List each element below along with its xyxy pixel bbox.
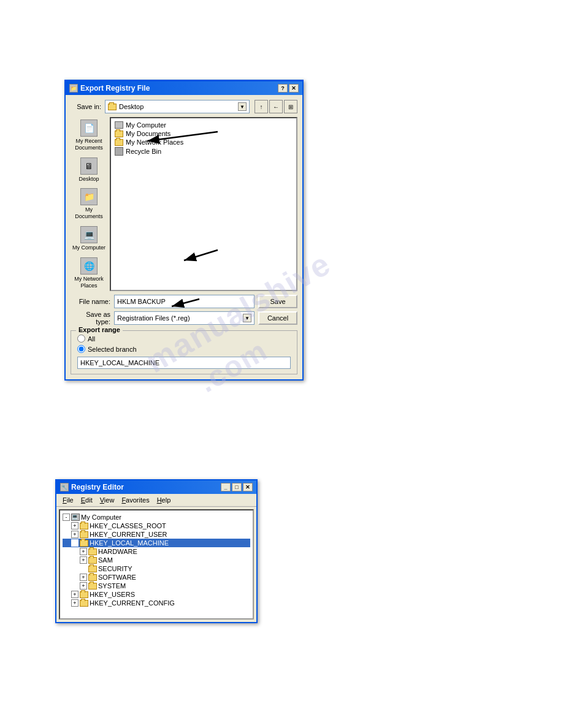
expand-icon[interactable]: + <box>71 531 79 538</box>
expand-icon[interactable]: - <box>63 514 70 521</box>
expand-icon[interactable]: - <box>71 539 79 547</box>
registry-editor-window[interactable]: 🔧 Registry Editor _ □ ✕ File Edit View F… <box>55 479 258 623</box>
savetype-row: Save as type: Registration Files (*.reg)… <box>71 311 297 325</box>
save-in-combo-text: Desktop <box>108 103 144 110</box>
menu-file[interactable]: File <box>59 495 77 505</box>
tree-item-current-user[interactable]: + HKEY_CURRENT_USER <box>63 530 250 539</box>
menu-help[interactable]: Help <box>153 495 175 505</box>
folder-icon <box>80 600 88 607</box>
tree-item-sam[interactable]: + SAM <box>63 556 250 564</box>
tree-item-local-machine[interactable]: - HKEY_LOCAL_MACHINE <box>63 539 250 547</box>
expand-icon[interactable]: + <box>71 522 79 529</box>
expand-icon[interactable]: + <box>80 556 87 564</box>
tree-label: SYSTEM <box>98 582 126 590</box>
tree-label: HARDWARE <box>98 548 137 555</box>
tree-item-users[interactable]: + HKEY_USERS <box>63 590 250 599</box>
tree-label: SAM <box>98 556 113 564</box>
file-item-mydocs[interactable]: My Documents <box>113 129 294 138</box>
maximize-button[interactable]: □ <box>232 483 242 491</box>
tree-item-mycomputer[interactable]: - 💻 My Computer <box>63 513 250 521</box>
file-item-label: My Computer <box>126 121 166 129</box>
expand-icon[interactable]: + <box>80 582 87 590</box>
file-item-label: Recycle Bin <box>126 148 161 155</box>
folder-icon <box>115 139 123 146</box>
mydocs-icon: 📁 <box>80 188 98 205</box>
sidebar-item-desktop[interactable]: 🖥 Desktop <box>71 155 107 185</box>
tree-label: HKEY_CLASSES_ROOT <box>90 522 166 529</box>
close-button[interactable]: ✕ <box>243 483 253 491</box>
filename-input[interactable] <box>114 295 255 308</box>
save-in-label: Save in: <box>71 103 101 110</box>
tree-item-software[interactable]: + SOFTWARE <box>63 573 250 582</box>
folder-icon <box>88 583 97 590</box>
save-button[interactable]: Save <box>258 295 297 308</box>
file-item-mycomputer[interactable]: My Computer <box>113 121 294 129</box>
file-item-label: My Network Places <box>126 138 183 146</box>
tree-item-hardware[interactable]: + HARDWARE <box>63 547 250 556</box>
tree-item-security[interactable]: SECURITY <box>63 564 250 573</box>
tree-item-system[interactable]: + SYSTEM <box>63 582 250 590</box>
dialog-titlebar: 📁 Export Registry File ? ✕ <box>66 82 302 95</box>
regedit-menubar: File Edit View Favorites Help <box>56 494 256 507</box>
expand-icon[interactable]: + <box>71 599 79 607</box>
export-range-group: Export range All Selected branch <box>71 330 297 374</box>
radio-all[interactable] <box>77 335 85 343</box>
tree-item-current-config[interactable]: + HKEY_CURRENT_CONFIG <box>63 599 250 607</box>
registry-tree[interactable]: - 💻 My Computer + HKEY_CLASSES_ROOT + HK… <box>59 509 254 620</box>
menu-edit[interactable]: Edit <box>77 495 96 505</box>
export-range-legend: Export range <box>76 326 123 333</box>
network-label: My NetworkPlaces <box>74 276 104 289</box>
file-item-network[interactable]: My Network Places <box>113 138 294 146</box>
save-in-combo[interactable]: Desktop ▼ <box>105 100 250 113</box>
folder-icon <box>88 557 97 564</box>
sidebar-item-mydocs[interactable]: 📁 My Documents <box>71 186 107 222</box>
folder-icon <box>88 548 97 555</box>
help-button[interactable]: ? <box>278 84 288 93</box>
tree-label: My Computer <box>81 514 121 521</box>
folder-icon <box>80 591 88 598</box>
radio-selected-branch[interactable] <box>77 345 85 353</box>
expand-icon[interactable]: + <box>80 574 87 581</box>
export-registry-dialog[interactable]: 📁 Export Registry File ? ✕ Save in: Desk… <box>64 80 304 381</box>
radio-branch-row: Selected branch <box>77 345 291 353</box>
sidebar-item-network[interactable]: 🌐 My NetworkPlaces <box>71 255 107 292</box>
dropdown-arrow-icon[interactable]: ▼ <box>238 102 247 111</box>
cancel-button[interactable]: Cancel <box>258 311 297 325</box>
up-button[interactable]: ↑ <box>255 100 268 113</box>
regedit-controls: _ □ ✕ <box>221 483 253 491</box>
file-item-label: My Documents <box>126 130 170 137</box>
recycle-icon <box>115 147 123 156</box>
expand-icon[interactable]: + <box>80 548 87 555</box>
savetype-label: Save as type: <box>71 311 110 325</box>
tree-label: HKEY_CURRENT_USER <box>90 531 167 538</box>
tree-label: SECURITY <box>98 565 132 572</box>
branch-input[interactable] <box>77 357 291 369</box>
sidebar-item-mycomputer[interactable]: 💻 My Computer <box>71 224 107 254</box>
desktop-icon: 🖥 <box>80 157 98 175</box>
menu-favorites[interactable]: Favorites <box>118 495 153 505</box>
folder-icon <box>115 131 123 137</box>
recent-docs-icon: 📄 <box>80 119 98 137</box>
regedit-titlebar-left: 🔧 Registry Editor <box>60 483 124 491</box>
tree-item-classes-root[interactable]: + HKEY_CLASSES_ROOT <box>63 521 250 530</box>
minimize-button[interactable]: _ <box>221 483 231 491</box>
folder-icon <box>80 523 88 529</box>
tree-label: HKEY_CURRENT_CONFIG <box>90 599 175 607</box>
radio-branch-label: Selected branch <box>88 346 137 353</box>
file-list[interactable]: My Computer My Documents My Network Plac… <box>110 117 297 291</box>
file-item-recycle[interactable]: Recycle Bin <box>113 146 294 156</box>
titlebar-controls: ? ✕ <box>278 84 299 93</box>
menu-view[interactable]: View <box>96 495 118 505</box>
save-in-value: Desktop <box>119 103 144 110</box>
back-button[interactable]: ← <box>269 100 283 113</box>
close-button[interactable]: ✕ <box>289 84 299 93</box>
sidebar-item-recent[interactable]: 📄 My RecentDocuments <box>71 117 107 154</box>
radio-all-row: All <box>77 335 291 343</box>
dialog-title: Export Registry File <box>80 84 150 93</box>
expand-icon[interactable]: + <box>71 591 79 598</box>
savetype-combo[interactable]: Registration Files (*.reg) ▼ <box>114 311 255 325</box>
savetype-dropdown-arrow[interactable]: ▼ <box>243 314 251 322</box>
savetype-value: Registration Files (*.reg) <box>117 314 190 322</box>
new-folder-button[interactable]: ⊞ <box>284 100 297 113</box>
tree-label: HKEY_USERS <box>90 591 135 598</box>
